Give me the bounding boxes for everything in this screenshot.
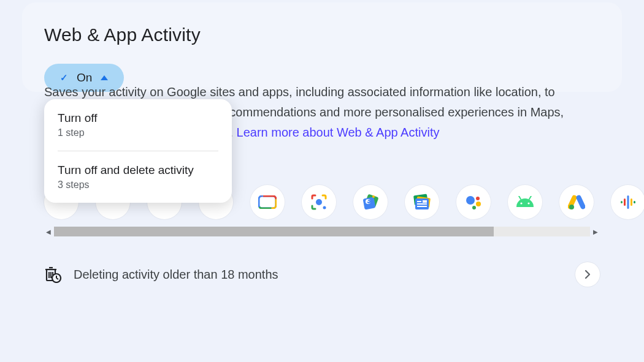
svg-rect-1 [259, 196, 276, 208]
svg-rect-16 [423, 200, 427, 203]
svg-point-18 [476, 197, 480, 200]
svg-point-22 [527, 202, 529, 204]
google-podcasts-icon [619, 194, 637, 211]
svg-point-9 [372, 195, 375, 198]
svg-rect-32 [634, 201, 635, 203]
svg-point-20 [472, 206, 476, 209]
icon-scrollbar[interactable]: ◀ ▶ [44, 227, 600, 236]
activity-card: Web & App Activity ✓ On Turn off 1 step … [22, 2, 622, 92]
dropdown-option-title: Turn off and delete activity [58, 164, 218, 177]
app-icon-android[interactable] [508, 185, 542, 219]
status-dropdown: Turn off 1 step Turn off and delete acti… [44, 99, 232, 203]
svg-rect-3 [259, 196, 276, 208]
svg-rect-14 [417, 203, 427, 205]
svg-rect-26 [575, 194, 585, 209]
scroll-right-icon[interactable]: ▶ [591, 227, 600, 236]
app-icon-google-assistant[interactable] [456, 185, 491, 219]
app-icon-google-shopping[interactable] [353, 185, 388, 219]
app-icon-google-podcasts[interactable] [611, 185, 644, 219]
google-ads-icon [568, 194, 585, 211]
app-icon-google-tv[interactable] [250, 185, 285, 219]
svg-point-17 [466, 196, 475, 205]
dropdown-option-title: Turn off [58, 111, 218, 125]
svg-rect-2 [259, 196, 276, 208]
scroll-left-icon[interactable]: ◀ [44, 227, 53, 236]
svg-line-23 [519, 196, 521, 199]
svg-rect-15 [417, 206, 427, 207]
page-title: Web & App Activity [22, 25, 622, 45]
google-assistant-icon [464, 193, 483, 211]
svg-point-5 [323, 206, 326, 209]
learn-more-link[interactable]: Learn more about Web & App Activity [237, 126, 440, 139]
scroll-thumb[interactable] [54, 227, 494, 236]
svg-rect-13 [417, 201, 421, 202]
auto-delete-chevron[interactable] [575, 262, 600, 287]
app-icon-google-lens[interactable] [302, 185, 336, 219]
auto-delete-text: Deleting activity older than 18 months [74, 268, 563, 282]
svg-rect-28 [627, 195, 629, 209]
caret-up-icon [101, 75, 108, 80]
google-lens-icon [310, 194, 328, 211]
scroll-track[interactable] [54, 227, 590, 236]
svg-point-21 [520, 202, 522, 204]
dropdown-option-turn-off-delete[interactable]: Turn off and delete activity 3 steps [44, 151, 232, 203]
svg-rect-31 [621, 201, 623, 203]
dropdown-option-turn-off[interactable]: Turn off 1 step [44, 99, 232, 151]
google-tv-icon [258, 195, 277, 209]
svg-point-27 [569, 205, 574, 209]
svg-rect-30 [631, 198, 632, 206]
app-icon-google-news[interactable] [405, 185, 439, 219]
app-icon-google-ads[interactable] [559, 185, 594, 219]
google-news-icon [413, 194, 431, 211]
svg-rect-0 [259, 196, 276, 208]
google-shopping-icon [361, 193, 380, 211]
dropdown-option-sub: 1 step [58, 127, 218, 138]
svg-rect-29 [624, 198, 626, 206]
dropdown-option-sub: 3 steps [58, 179, 218, 190]
auto-delete-row[interactable]: Deleting activity older than 18 months [44, 262, 600, 287]
svg-point-4 [316, 199, 322, 205]
chevron-right-icon [585, 270, 591, 279]
svg-line-24 [529, 196, 531, 199]
android-icon [515, 196, 535, 208]
svg-point-19 [476, 202, 481, 206]
auto-delete-icon [44, 266, 61, 283]
description-line: Saves your activity on Google sites and … [44, 85, 555, 99]
